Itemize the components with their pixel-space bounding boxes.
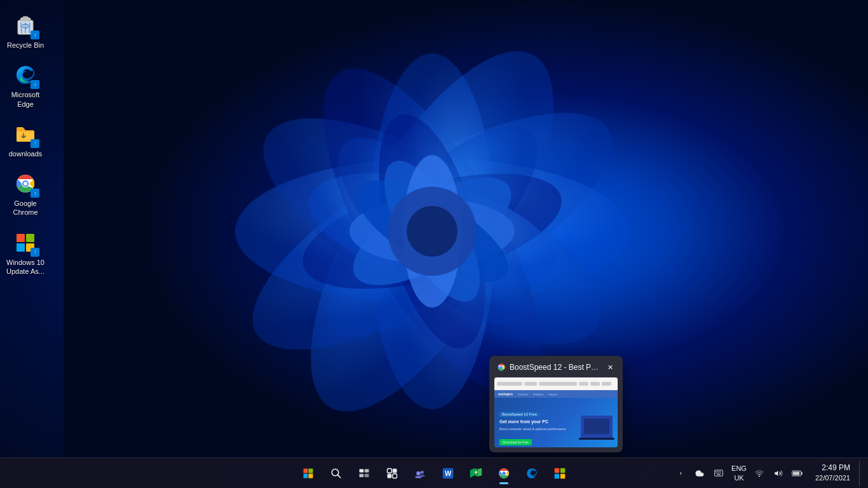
chrome-preview-icon: [497, 363, 506, 372]
windows-logo-icon: [302, 468, 314, 479]
svg-rect-62: [560, 473, 566, 478]
svg-rect-43: [365, 473, 369, 477]
svg-rect-66: [719, 471, 720, 472]
svg-rect-64: [715, 471, 717, 472]
preview-close-button[interactable]: ✕: [605, 362, 615, 372]
svg-rect-72: [717, 474, 721, 475]
svg-rect-27: [17, 234, 25, 242]
recycle-bin-icon[interactable]: ↑ Recycle Bin: [0, 8, 51, 55]
chrome-preview-header: BoostSpeed 12 - Best PC Opti... ✕: [494, 361, 618, 374]
svg-rect-34: [304, 468, 308, 473]
svg-rect-44: [388, 468, 392, 473]
store-icon: [553, 467, 566, 480]
windows-update-graphic: ↑: [13, 230, 38, 255]
svg-rect-69: [717, 473, 718, 473]
edge-graphic: ↑: [13, 62, 38, 88]
downloads-graphic: ↑: [13, 121, 38, 147]
svg-text:W: W: [445, 470, 452, 477]
volume-tray-icon[interactable]: [770, 464, 787, 482]
svg-point-49: [421, 470, 424, 473]
chrome-graphic: ↑: [13, 171, 38, 196]
search-button[interactable]: [323, 461, 349, 486]
windows-update-icon[interactable]: ↑ Windows 10 Update As...: [0, 225, 51, 281]
svg-rect-59: [555, 468, 560, 473]
recycle-bin-graphic: ↑: [13, 13, 38, 38]
svg-rect-47: [393, 473, 397, 478]
maps-button[interactable]: [463, 461, 489, 486]
svg-rect-22: [23, 17, 28, 18]
widgets-button[interactable]: [379, 461, 405, 486]
chevron-icon: ›: [679, 470, 681, 477]
svg-rect-61: [555, 473, 560, 478]
downloads-label: downloads: [9, 149, 43, 158]
word-button[interactable]: W: [435, 461, 461, 486]
svg-point-73: [759, 475, 760, 477]
wifi-icon: [755, 469, 764, 478]
svg-rect-67: [720, 471, 721, 472]
svg-rect-65: [717, 471, 718, 472]
wallpaper: [64, 0, 868, 463]
chrome-preview-popup: BoostSpeed 12 - Best PC Opti... ✕ auslog…: [489, 356, 623, 452]
svg-rect-60: [560, 468, 566, 473]
clock-time: 2:49 PM: [815, 463, 850, 473]
close-icon: ✕: [607, 363, 613, 372]
chrome-label: Google Chrome: [3, 199, 48, 217]
language-indicator[interactable]: ENG UK: [729, 463, 749, 484]
svg-rect-41: [365, 469, 369, 472]
store-button[interactable]: [547, 461, 573, 486]
cloud-tray-icon[interactable]: [691, 464, 709, 482]
svg-rect-42: [360, 473, 364, 477]
svg-rect-68: [715, 473, 717, 473]
svg-rect-45: [393, 468, 397, 473]
svg-point-18: [407, 206, 458, 257]
chat-button[interactable]: [407, 461, 433, 486]
svg-line-39: [338, 475, 341, 477]
svg-point-58: [502, 471, 506, 475]
edge-icon[interactable]: ↑ Microsoft Edge: [0, 57, 51, 114]
keyboard-icon: [714, 470, 723, 477]
svg-point-48: [416, 471, 421, 475]
svg-marker-74: [775, 470, 778, 475]
svg-point-33: [500, 366, 503, 369]
wifi-tray-icon[interactable]: [750, 464, 768, 482]
widgets-icon: [386, 468, 398, 479]
word-icon: W: [442, 467, 454, 480]
show-desktop-button[interactable]: [859, 461, 863, 486]
task-view-button[interactable]: [351, 461, 377, 486]
svg-rect-70: [719, 473, 720, 473]
search-icon: [330, 468, 342, 479]
svg-point-26: [24, 182, 27, 186]
keyboard-tray-icon[interactable]: [710, 464, 728, 482]
svg-point-55: [475, 471, 477, 473]
desktop-icons: ↑ Recycle Bin: [0, 0, 51, 288]
chrome-taskbar-button[interactable]: [491, 461, 517, 486]
taskbar: W: [0, 458, 868, 488]
svg-rect-37: [309, 473, 313, 478]
edge-label: Microsoft Edge: [3, 90, 48, 109]
svg-rect-51: [421, 475, 425, 477]
chat-icon: [414, 467, 426, 480]
start-button[interactable]: [295, 461, 321, 486]
clock[interactable]: 2:49 PM 22/07/2021: [810, 460, 855, 485]
downloads-icon[interactable]: ↑ downloads: [0, 116, 51, 163]
recycle-bin-label: Recycle Bin: [7, 41, 44, 50]
battery-tray-icon[interactable]: [789, 464, 806, 482]
clock-date: 22/07/2021: [815, 473, 850, 483]
maps-icon: [470, 467, 482, 480]
svg-rect-46: [388, 473, 392, 478]
taskbar-right: ›: [672, 460, 863, 485]
chrome-taskbar-icon: [498, 467, 510, 480]
chrome-desktop-icon[interactable]: ↑ Google Chrome: [0, 166, 51, 222]
svg-rect-76: [801, 472, 803, 475]
volume-icon: [774, 469, 783, 478]
task-view-icon: [358, 468, 370, 479]
edge-taskbar-button[interactable]: [519, 461, 545, 486]
svg-rect-71: [720, 473, 721, 473]
svg-rect-40: [360, 469, 364, 472]
chrome-preview-thumbnail[interactable]: auslogics Products Solutions Support Boo…: [494, 377, 618, 447]
cloud-icon: [695, 469, 704, 478]
windows-update-label: Windows 10 Update As...: [3, 258, 48, 276]
language-region: UK: [734, 473, 743, 482]
chrome-preview-title: BoostSpeed 12 - Best PC Opti...: [510, 363, 601, 372]
tray-expand-button[interactable]: ›: [672, 464, 689, 482]
